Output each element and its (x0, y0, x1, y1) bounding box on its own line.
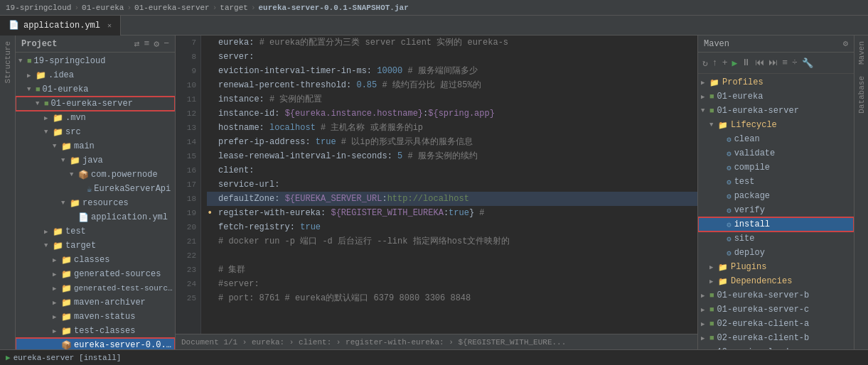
tree-item-maven-archiver[interactable]: ▶ 📁 maven-archiver (16, 295, 175, 310)
code-line-23: # 集群 (207, 263, 697, 277)
tree-item-test[interactable]: ▶ 📁 test (16, 224, 175, 239)
maven-item-compile[interactable]: ⚙ compile (698, 160, 854, 175)
maven-item-site[interactable]: ⚙ site (698, 231, 854, 246)
maven-refresh-icon[interactable]: ↻ (702, 58, 708, 69)
maven-run-icon[interactable]: ▶ (732, 58, 737, 69)
code-line-24: #server: (207, 277, 697, 291)
maven-item-dependencies[interactable]: ▶ 📁 Dependencies (698, 274, 854, 288)
tree-item-java[interactable]: ▼ 📁 java (16, 153, 175, 168)
sidebar-tree: ▼ ■ 19-springcloud ▶ 📁 .idea ▼ ■ 01-eure… (16, 53, 175, 349)
run-icon[interactable]: ▶ (6, 353, 11, 362)
tree-item-01-eureka-server[interactable]: ▼ ■ 01-eureka-server (16, 97, 175, 111)
maven-settings-icon[interactable]: ⚙ (843, 38, 848, 49)
tree-item-maven-status[interactable]: ▶ 📁 maven-status (16, 310, 175, 324)
maven-item-client-a[interactable]: ▶ ■ 02-eureka-client-a (698, 317, 854, 331)
code-line-22 (207, 249, 697, 263)
tab-bar: 📄 application.yml ✕ (0, 16, 868, 36)
maven-item-server-c[interactable]: ▶ ■ 01-eureka-server-c (698, 303, 854, 317)
code-line-12: instance-id: ${eureka.instance.hostname}… (207, 107, 697, 121)
breadcrumb: 19-springcloud › 01-eureka › 01-eureka-s… (6, 4, 409, 12)
project-sidebar: Project ⇄ ≡ ⚙ − ▼ ■ 19-springcloud ▶ 📁 .… (16, 36, 176, 349)
code-line-19: • register-with-eureka: ${REGISTER_WITH_… (207, 206, 697, 220)
maven-item-package[interactable]: ⚙ package (698, 189, 854, 203)
tree-item-eureka-jar-selected[interactable]: 📦 eureka-server-0.0.1-SNA... (16, 338, 175, 349)
maven-wrench-icon[interactable]: 🔧 (802, 58, 813, 69)
tree-item-resources[interactable]: ▼ 📁 resources (16, 196, 175, 210)
top-bar: 19-springcloud › 01-eureka › 01-eureka-s… (0, 0, 868, 16)
maven-skip-fwd-icon[interactable]: ⏭ (768, 58, 778, 68)
maven-item-verify[interactable]: ⚙ verify (698, 203, 854, 217)
maven-panel: Maven ⚙ ↻ ↑ + ▶ ⏸ ⏮ ⏭ ≡ ÷ 🔧 ▶ 📁 Profiles… (697, 36, 854, 349)
maven-item-plugins[interactable]: ▶ 📁 Plugins (698, 260, 854, 274)
code-line-7: eureka: # eureka的配置分为三类 server client 实例… (207, 36, 697, 50)
maven-item-install[interactable]: ⚙ install (698, 217, 854, 231)
maven-item-clean[interactable]: ⚙ clean (698, 132, 854, 146)
code-line-11: instance: # 实例的配置 (207, 92, 697, 107)
maven-up-icon[interactable]: ↑ (712, 58, 718, 68)
maven-vtab[interactable]: Maven (856, 36, 867, 70)
maven-add-icon[interactable]: + (722, 58, 728, 68)
code-line-13: hostname: localhost # 主机名称 或者服务的ip (207, 121, 697, 135)
tab-application-yml[interactable]: 📄 application.yml ✕ (0, 16, 121, 36)
settings-icon[interactable]: ⚙ (154, 38, 159, 50)
editor-area: 7 8 9 10 11 12 13 14 15 16 17 18 19 20 2… (176, 36, 697, 349)
maven-item-01-eureka-server[interactable]: ▼ ■ 01-eureka-server (698, 104, 854, 118)
tree-item-application-yml[interactable]: 📄 application.yml (16, 210, 175, 224)
maven-tree: ▶ 📁 Profiles ▶ ■ 01-eureka ▼ ■ 01-eureka… (698, 74, 854, 349)
maven-item-profiles[interactable]: ▶ 📁 Profiles (698, 75, 854, 89)
maven-item-server-b[interactable]: ▶ ■ 01-eureka-server-b (698, 288, 854, 303)
run-text: eureka-server [install] (14, 354, 122, 362)
tree-item-classes[interactable]: ▶ 📁 classes (16, 253, 175, 267)
maven-item-validate[interactable]: ⚙ validate (698, 146, 854, 160)
code-line-17: service-url: (207, 178, 697, 192)
maven-skip-back-icon[interactable]: ⏮ (755, 58, 764, 68)
tree-item-main[interactable]: ▼ 📁 main (16, 139, 175, 153)
tab-label: application.yml (23, 21, 100, 31)
maven-item-01-eureka[interactable]: ▶ ■ 01-eureka (698, 89, 854, 104)
maven-item-test[interactable]: ⚙ test (698, 175, 854, 189)
list-icon[interactable]: ≡ (144, 38, 150, 50)
maven-split-icon[interactable]: ÷ (792, 58, 798, 68)
maven-pause-icon[interactable]: ⏸ (741, 58, 751, 68)
line-numbers: 7 8 9 10 11 12 13 14 15 16 17 18 19 20 2… (176, 36, 201, 334)
maven-list-icon[interactable]: ≡ (782, 58, 788, 68)
tree-item-gen-sources[interactable]: ▶ 📁 generated-sources (16, 267, 175, 281)
maven-item-lifecycle[interactable]: ▼ 📁 Lifecycle (698, 118, 854, 132)
tree-item-mvn[interactable]: ▶ 📁 .mvn (16, 111, 175, 125)
maven-header: Maven ⚙ (698, 36, 854, 53)
sidebar-toolbar: ⇄ ≡ ⚙ − (134, 38, 169, 50)
status-text: Document 1/1 › eureka: › client: › regis… (181, 338, 566, 347)
tree-item-test-classes[interactable]: ▶ 📁 test-classes (16, 324, 175, 338)
tree-item-01-eureka[interactable]: ▼ ■ 01-eureka (16, 82, 175, 97)
maven-item-deploy[interactable]: ⚙ deploy (698, 246, 854, 260)
code-line-14: prefer-ip-address: true # 以ip的形式显示具体的服务信… (207, 135, 697, 149)
code-line-18: defaultZone: ${EUREKA_SERVER_URL:http://… (207, 192, 697, 206)
code-line-10: renewal-percent-threshold: 0.85 # 续约百分比 … (207, 78, 697, 92)
tree-item-19-springcloud[interactable]: ▼ ■ 19-springcloud (16, 54, 175, 68)
code-line-15: lease-renewal-interval-in-seconds: 5 # 服… (207, 149, 697, 163)
structure-vtab[interactable]: Structure (2, 36, 14, 89)
right-vtabs: Maven Database (854, 36, 868, 349)
code-line-8: server: (207, 50, 697, 64)
maven-item-client-b[interactable]: ▶ ■ 02-eureka-client-b (698, 331, 854, 345)
tree-item-eureka-server-api[interactable]: ☕ EurekaServerApi (16, 182, 175, 196)
code-line-21: # docker run -p 端口 -d 后台运行 --link 指定网络ho… (207, 234, 697, 249)
code-content: 7 8 9 10 11 12 13 14 15 16 17 18 19 20 2… (176, 36, 697, 334)
tree-item-src[interactable]: ▼ 📁 src (16, 125, 175, 139)
tree-item-com-powernode[interactable]: ▼ 📦 com.powernode (16, 168, 175, 182)
tree-item-gen-test-sources[interactable]: ▶ 📁 generated-test-sources (16, 281, 175, 295)
code-line-9: eviction-interval-timer-in-ms: 10000 # 服… (207, 64, 697, 78)
maven-title: Maven (704, 39, 729, 49)
sync-icon[interactable]: ⇄ (134, 38, 140, 50)
main-area: Structure Project ⇄ ≡ ⚙ − ▼ ■ 19-springc… (0, 36, 868, 349)
minimize-icon[interactable]: − (164, 38, 169, 50)
code-lines[interactable]: eureka: # eureka的配置分为三类 server client 实例… (201, 36, 697, 334)
code-line-25: # port: 8761 # eureka的默认端口 6379 8080 330… (207, 291, 697, 305)
editor-breadcrumb: Document 1/1 › eureka: › client: › regis… (181, 338, 566, 347)
code-line-16: client: (207, 163, 697, 178)
tree-item-idea[interactable]: ▶ 📁 .idea (16, 68, 175, 82)
database-vtab[interactable]: Database (856, 70, 867, 119)
tree-item-target[interactable]: ▼ 📁 target (16, 239, 175, 253)
code-line-20: fetch-registry: true (207, 220, 697, 234)
tab-close-icon[interactable]: ✕ (107, 21, 112, 30)
